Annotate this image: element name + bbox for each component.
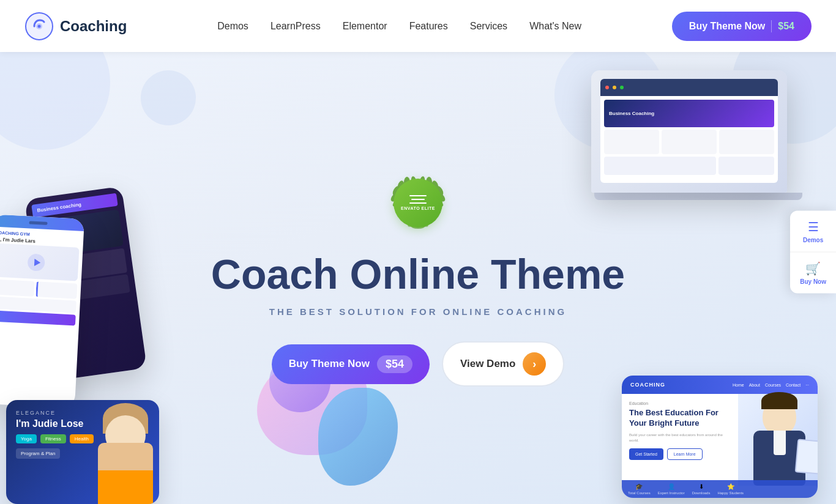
sidebar-buynow-button[interactable]: 🛒 Buy Now (790, 253, 836, 294)
phone-front-cta (0, 310, 76, 325)
line3 (409, 202, 427, 204)
rbc-tagline: Education (629, 401, 731, 406)
rbc-head (763, 398, 796, 435)
rbc-logo: COACHING (630, 382, 665, 388)
laptop-col-1 (604, 130, 659, 154)
envato-badge: ENVATO ELITE (384, 169, 452, 237)
hero-subtitle: THE BEST SOLUTION FOR ONLINE COACHING (204, 306, 632, 317)
rbc-nav-more[interactable]: ··· (805, 383, 809, 387)
nav-features[interactable]: Features (409, 21, 448, 32)
rbc-hair (761, 392, 797, 409)
laptop-heading: Business Coaching (609, 111, 654, 116)
dot-red (605, 86, 609, 89)
rbc-stat-1: 🎓 Total Courses (628, 483, 651, 495)
right-bottom-card: COACHING Home About Courses Contact ··· … (622, 376, 818, 498)
laptop-body: Business Coaching (591, 70, 787, 193)
rbc-headline: The Best Education For Your Bright Futur… (629, 408, 731, 429)
svg-point-2 (38, 24, 41, 28)
rbc-nav-home[interactable]: Home (733, 383, 744, 387)
nav-services[interactable]: Services (470, 21, 507, 32)
body (98, 443, 153, 504)
sidebar-buynow-label: Buy Now (800, 278, 826, 285)
laptop-col-2 (662, 130, 717, 154)
courses-icon: 🎓 (635, 483, 643, 490)
right-laptop-mockup: Business Coaching (591, 70, 805, 229)
badge-yoga: Yoga (16, 434, 37, 443)
envato-badge-inner: ENVATO ELITE (394, 179, 442, 228)
rbc-person (744, 395, 818, 486)
card-person (92, 403, 159, 504)
nav-elementor[interactable]: Elementor (343, 21, 387, 32)
phone-card-1 (0, 279, 34, 296)
laptop-hero-strip: Business Coaching (604, 100, 774, 127)
download-label: Downloads (692, 491, 711, 495)
phone-front-cards (0, 279, 77, 298)
sidebar-demos-button[interactable]: ☰ Demos (790, 211, 836, 253)
hero-buy-button[interactable]: Buy Theme Now $54 (272, 344, 430, 384)
students-icon: ⭐ (727, 483, 734, 490)
hero-section: Business coaching COACHING GYM Hi, I'm J… (0, 52, 836, 504)
badge-fitness: Fitness (40, 434, 66, 443)
phone-front-banner (0, 243, 80, 281)
laptop-screen-top (600, 79, 778, 96)
phone-front-row1 (0, 296, 77, 313)
deco-circle-1 (0, 52, 110, 150)
buy-label: Buy Theme Now (689, 21, 765, 32)
bottom-left-card: ELEGANCE I'm Judie Lose Yoga Fitness Hea… (6, 400, 159, 504)
rbc-header: COACHING Home About Courses Contact ··· (622, 376, 818, 394)
rbc-btn-row: Get Started Learn More (629, 448, 731, 460)
rbc-learn-more-button[interactable]: Learn More (667, 448, 703, 460)
rbc-nav-about[interactable]: About (749, 383, 760, 387)
hero-buttons: Buy Theme Now $54 View Demo › (204, 341, 632, 387)
instructor-label: Expert Instructor (658, 491, 685, 495)
line1 (409, 195, 427, 196)
rbc-text-col: Education The Best Education For Your Br… (622, 394, 738, 486)
nav-whats-new[interactable]: What's New (529, 21, 581, 32)
rbc-nav: Home About Courses Contact ··· (733, 383, 809, 387)
dot-yellow (613, 86, 616, 89)
nav-learnpress[interactable]: LearnPress (271, 21, 321, 32)
dot-green (620, 86, 624, 89)
rbc-cta-button[interactable]: Get Started (629, 448, 663, 460)
rbc-footer-bar: 🎓 Total Courses 👤 Expert Instructor ⬇ Do… (622, 480, 818, 498)
hero-buy-price: $54 (377, 355, 412, 373)
phone-front-content: COACHING GYM Hi, I'm Judie Lars (0, 226, 84, 330)
rbc-stat-3: ⬇ Downloads (692, 483, 711, 495)
hero-center: ENVATO ELITE Coach Online Theme THE BEST… (204, 169, 632, 387)
download-icon: ⬇ (699, 483, 704, 490)
hero-view-demo-button[interactable]: View Demo › (442, 341, 564, 387)
instructor-icon: 👤 (668, 483, 675, 490)
buy-price: $54 (778, 21, 794, 32)
play-icon (26, 253, 46, 272)
rbc-nav-contact[interactable]: Contact (786, 383, 801, 387)
hero-demo-label: View Demo (460, 358, 515, 370)
rbc-body: Education The Best Education For Your Br… (622, 394, 818, 486)
rbc-para: Build your career with the best educator… (629, 432, 731, 443)
divider (771, 20, 772, 32)
sidebar-demos-label: Demos (803, 237, 823, 243)
laptop-screen-content: Business Coaching (600, 96, 778, 179)
deco-circle-3 (141, 70, 196, 125)
buy-theme-button[interactable]: Buy Theme Now $54 (672, 12, 812, 41)
laptop-cols (604, 130, 774, 154)
rbc-papers (795, 439, 818, 474)
badge-health: Health (70, 434, 94, 443)
rbc-stat-4: ⭐ Happy Students (717, 483, 744, 495)
laptop-wide-col (604, 157, 716, 175)
demos-icon: ☰ (808, 220, 819, 234)
logo-icon (24, 12, 54, 41)
phone-card-2 (35, 281, 78, 298)
rbc-nav-courses[interactable]: Courses (765, 383, 781, 387)
students-label: Happy Students (717, 491, 744, 495)
nav-demos[interactable]: Demos (217, 21, 248, 32)
laptop-narrow-col (718, 157, 774, 175)
laptop-col-3 (719, 130, 774, 154)
navbar: Coaching Demos LearnPress Elementor Feat… (0, 0, 836, 52)
nav-links: Demos LearnPress Elementor Features Serv… (217, 21, 581, 32)
laptop-base (594, 193, 802, 200)
envato-label: ENVATO ELITE (401, 206, 435, 210)
logo[interactable]: Coaching (24, 12, 127, 41)
deco-blob-blue (318, 388, 398, 486)
hero-title: Coach Online Theme (204, 251, 632, 297)
courses-label: Total Courses (628, 491, 651, 495)
